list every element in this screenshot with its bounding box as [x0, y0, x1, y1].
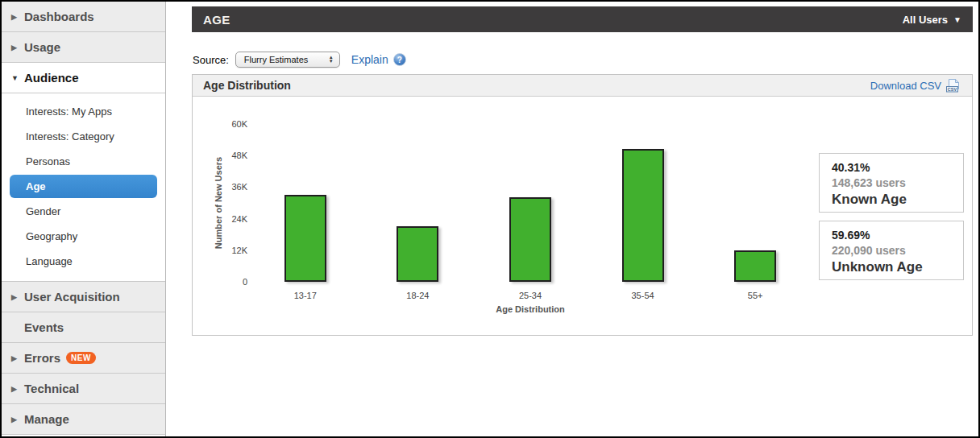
chevron-down-icon: ▼: [953, 15, 961, 24]
x-axis-title: Age Distribution: [249, 304, 812, 314]
known-age-users: 148,623 users: [832, 176, 963, 189]
source-select[interactable]: Flurry Estimates ▲▼: [235, 52, 340, 68]
bar-35-54[interactable]: [622, 149, 664, 282]
stats-column: 40.31% 148,623 users Known Age 59.69% 22…: [819, 153, 964, 288]
sidebar-item-personas[interactable]: Personas: [2, 149, 165, 174]
chevron-right-icon: ▶: [11, 415, 24, 424]
known-age-label: Known Age: [832, 192, 963, 208]
sidebar-section-label: Usage: [24, 40, 60, 54]
sidebar-section-technical[interactable]: ▶ Technical: [2, 374, 165, 404]
bar-slot: [362, 124, 475, 282]
page-header: AGE All Users ▼: [192, 6, 973, 32]
unknown-age-users: 220,090 users: [832, 244, 963, 257]
known-age-percent: 40.31%: [832, 161, 963, 174]
sidebar-item-interests-my-apps[interactable]: Interests: My Apps: [2, 99, 165, 124]
sidebar-section-audience[interactable]: ▼ Audience: [2, 63, 165, 93]
bar-18-24[interactable]: [397, 226, 438, 282]
sidebar-section-label: Audience: [24, 71, 79, 85]
chevron-right-icon: ▶: [11, 43, 24, 52]
download-csv-link[interactable]: Download CSV: [870, 80, 941, 92]
age-distribution-panel: Age Distribution Download CSV CSV Number…: [192, 74, 973, 336]
scope-label: All Users: [903, 14, 948, 26]
sidebar-section-label: Events: [24, 320, 64, 334]
sidebar-section-label: Dashboards: [24, 10, 94, 23]
x-tick-label: 13-17: [249, 291, 362, 300]
chevron-right-icon: ▶: [11, 354, 24, 362]
stepper-arrows-icon: ▲▼: [326, 56, 339, 64]
y-ticks: 60K48K36K24K12K0: [193, 124, 247, 282]
sidebar: ▶ Dashboards ▶ Usage ▼ Audience Interest…: [2, 2, 166, 436]
sidebar-item-gender[interactable]: Gender: [2, 199, 165, 224]
explain-link[interactable]: Explain: [351, 53, 388, 66]
x-tick-label: 25-34: [474, 291, 587, 300]
bar-13-17[interactable]: [284, 195, 326, 282]
audience-subnav: Interests: My Apps Interests: Category P…: [2, 93, 165, 282]
x-tick-label: 35-54: [587, 291, 700, 300]
chevron-down-icon: ▼: [11, 74, 24, 82]
y-tick-label: 36K: [231, 182, 247, 192]
sidebar-item-geography[interactable]: Geography: [2, 224, 165, 249]
y-tick-label: 60K: [231, 119, 247, 129]
y-tick-label: 12K: [231, 246, 247, 255]
unknown-age-box: 59.69% 220,090 users Unknown Age: [819, 221, 964, 280]
x-labels: 13-1718-2425-3435-5455+: [249, 291, 812, 300]
all-users-dropdown[interactable]: All Users ▼: [903, 14, 961, 26]
panel-title: Age Distribution: [203, 79, 291, 92]
bar-plot: [249, 124, 812, 282]
chevron-right-icon: ▶: [11, 385, 24, 393]
sidebar-item-interests-category[interactable]: Interests: Category: [2, 124, 165, 149]
bar-slot: [699, 124, 812, 282]
y-tick-label: 0: [243, 277, 247, 287]
csv-file-icon: CSV: [945, 78, 961, 93]
sidebar-item-age[interactable]: Age: [10, 175, 157, 198]
bar-25-34[interactable]: [509, 197, 551, 282]
sidebar-section-user-acquisition[interactable]: ▶ User Acquisition: [2, 282, 165, 312]
download-csv[interactable]: Download CSV CSV: [870, 78, 961, 93]
sidebar-item-language[interactable]: Language: [2, 249, 165, 274]
bar-55+[interactable]: [734, 250, 776, 282]
sidebar-section-label: Technical: [24, 382, 79, 395]
y-tick-label: 24K: [231, 214, 247, 224]
panel-header: Age Distribution Download CSV CSV: [193, 75, 972, 97]
sidebar-section-errors[interactable]: ▶ Errors NEW: [2, 343, 165, 374]
page-title: AGE: [203, 13, 230, 27]
sidebar-section-events[interactable]: Events: [2, 312, 165, 343]
x-tick-label: 55+: [699, 291, 812, 300]
source-selected-option: Flurry Estimates: [244, 55, 326, 64]
sidebar-section-label: Errors: [24, 351, 60, 365]
source-label: Source:: [193, 54, 229, 66]
x-tick-label: 18-24: [362, 291, 475, 300]
sidebar-section-label: User Acquisition: [24, 290, 120, 304]
sidebar-section-usage[interactable]: ▶ Usage: [2, 32, 165, 63]
chart-area: Number of New Users 60K48K36K24K12K0 13-…: [193, 97, 972, 335]
known-age-box: 40.31% 148,623 users Known Age: [819, 153, 964, 213]
sidebar-section-label: Manage: [24, 412, 69, 426]
unknown-age-label: Unknown Age: [832, 259, 963, 275]
chevron-right-icon: ▶: [11, 13, 24, 21]
help-icon[interactable]: ?: [393, 53, 406, 66]
unknown-age-percent: 59.69%: [832, 229, 963, 242]
chevron-right-icon: ▶: [11, 293, 24, 301]
sidebar-section-manage[interactable]: ▶ Manage: [2, 404, 165, 435]
new-badge: NEW: [66, 352, 96, 364]
source-row: Source: Flurry Estimates ▲▼ Explain ?: [193, 51, 406, 68]
y-tick-label: 48K: [231, 151, 247, 160]
svg-text:CSV: CSV: [948, 86, 957, 91]
bar-slot: [249, 124, 362, 282]
sidebar-section-dashboards[interactable]: ▶ Dashboards: [2, 2, 165, 32]
bar-slot: [474, 124, 587, 282]
app-window: ▶ Dashboards ▶ Usage ▼ Audience Interest…: [0, 0, 980, 438]
bar-slot: [587, 124, 700, 282]
